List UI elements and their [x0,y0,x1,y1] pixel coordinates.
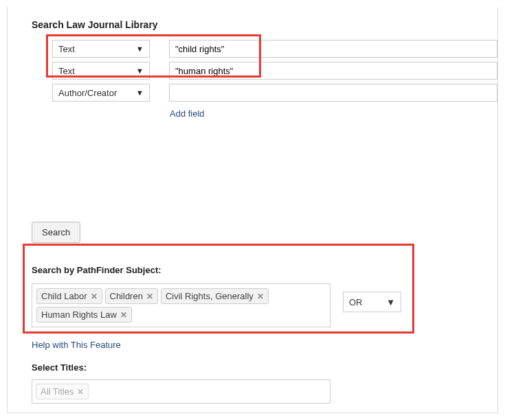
logic-select-label: OR [349,297,363,307]
logic-select[interactable]: OR ▼ [343,292,401,312]
close-icon[interactable]: ✕ [146,292,153,301]
pathfinder-row: Child Labor ✕ Children ✕ Civil Rights, G… [32,283,480,327]
search-input-2[interactable] [169,84,497,102]
title-tag: All Titles ✕ [36,384,89,399]
search-button[interactable]: Search [32,222,80,243]
tag-label: Children [110,291,143,301]
search-input-1[interactable] [169,62,497,80]
chevron-down-icon: ▼ [136,45,144,53]
chevron-down-icon: ▼ [136,67,144,75]
pathfinder-tag-container[interactable]: Child Labor ✕ Children ✕ Civil Rights, G… [32,283,330,327]
tag-label: Child Labor [41,291,87,301]
pathfinder-section: Search by PathFinder Subject: Child Labo… [8,265,497,350]
search-input-0[interactable] [169,40,497,58]
title-tag-label: All Titles [41,386,74,397]
page-title: Search Law Journal Library [8,19,497,30]
close-icon[interactable]: ✕ [120,310,127,320]
field-select-label: Author/Creator [58,88,117,98]
titles-section: Select Titles: All Titles ✕ All Titles ✕ [8,362,497,413]
add-field-link[interactable]: Add field [170,108,205,119]
tag-label: Civil Rights, Generally [166,291,254,301]
pathfinder-title: Search by PathFinder Subject: [32,265,480,275]
search-row: Author/Creator ▼ [52,82,497,103]
pathfinder-tag: Children ✕ [105,288,158,304]
field-select-label: Text [58,66,75,76]
search-row: Text ▼ [52,60,497,81]
tag-label: Human Rights Law [41,310,117,320]
titles-box-0[interactable]: All Titles ✕ [32,380,330,404]
field-select-label: Text [58,44,75,54]
close-icon[interactable]: ✕ [257,292,264,301]
search-row: Text ▼ [52,38,497,59]
close-icon[interactable]: ✕ [77,387,84,397]
search-rows-container: Text ▼ Text ▼ Author/Creator ▼ Add field [8,38,497,119]
titles-title: Select Titles: [32,362,497,373]
chevron-down-icon: ▼ [136,89,144,97]
field-select-1[interactable]: Text ▼ [52,62,150,80]
pathfinder-tag: Civil Rights, Generally ✕ [161,288,269,304]
close-icon[interactable]: ✕ [91,292,98,301]
help-link[interactable]: Help with This Feature [32,340,121,350]
pathfinder-tag: Human Rights Law ✕ [36,307,132,323]
chevron-down-icon: ▼ [386,297,395,307]
main-panel: Search Law Journal Library Text ▼ Text ▼… [7,7,498,413]
field-select-2[interactable]: Author/Creator ▼ [52,84,150,102]
field-select-0[interactable]: Text ▼ [52,40,150,58]
pathfinder-tag: Child Labor ✕ [36,288,102,304]
search-button-row: Search [8,222,497,243]
